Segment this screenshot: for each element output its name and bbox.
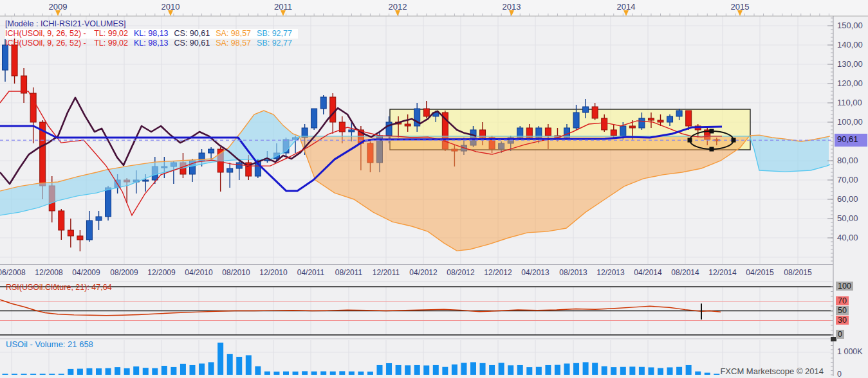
volume-bar: [162, 366, 167, 375]
legend-indicator-line: ICH(USOil, 9, 26, 52) - TL: 99,02KL: 98,…: [5, 39, 298, 48]
year-label: 2011: [269, 2, 297, 12]
candle-body: [96, 217, 102, 221]
volume-bar: [499, 363, 504, 375]
year-label: 2013: [497, 2, 526, 12]
date-label: 08/2010: [217, 268, 255, 277]
volume-bar: [433, 365, 439, 375]
volume-axis-label: 1 000K: [837, 347, 863, 356]
volume-bar: [602, 366, 607, 375]
candle-body: [686, 111, 692, 126]
selection-handle[interactable]: [732, 138, 736, 143]
volume-bar: [536, 367, 542, 375]
volume-axis-label: 0: [837, 370, 842, 378]
candle-body: [21, 76, 27, 93]
volume-bar: [208, 362, 214, 375]
candle-body: [639, 118, 645, 128]
volume-bar: [526, 367, 532, 375]
candle-body: [68, 230, 73, 236]
rsi-axis-badge: 0: [836, 330, 844, 339]
volume-bar: [480, 363, 486, 375]
rsi-line: [0, 300, 721, 315]
volume-bar: [452, 364, 457, 375]
legend-segment: SB: 92,77: [257, 39, 292, 48]
date-label: 08/2011: [330, 268, 367, 277]
candle-body: [545, 128, 551, 136]
volume-bar: [714, 374, 719, 375]
candle-body: [143, 180, 149, 181]
volume-bar: [648, 367, 654, 375]
candle-body: [658, 120, 663, 122]
volume-bar: [442, 367, 448, 375]
candle-body: [208, 149, 214, 153]
date-label: 06/2008: [0, 268, 30, 277]
selection-handle[interactable]: [710, 147, 714, 152]
selection-handle[interactable]: [710, 129, 714, 134]
date-label: 08/2015: [779, 268, 817, 277]
volume-bar: [555, 365, 560, 375]
volume-bar: [68, 369, 73, 375]
volume-bar: [59, 374, 64, 375]
rsi-cursor-mark: [701, 303, 702, 320]
date-label: 12/2012: [479, 268, 517, 277]
date-label: 08/2012: [442, 268, 479, 277]
candle-body: [602, 118, 607, 130]
indicator-legend: [Modèle : ICHI-RSI21-VOLUMES] ICH(USOil,…: [5, 19, 298, 48]
legend-segment: TL: 99,02: [94, 29, 128, 38]
price-label: 120,00: [837, 78, 863, 88]
volume-bar: [349, 372, 355, 375]
legend-segment: KL: 98,13: [134, 39, 169, 48]
rsi-axis-badge: 100: [836, 282, 853, 291]
price-label: 110,00: [837, 98, 862, 107]
candle-body: [573, 113, 579, 128]
date-label: 08/2009: [106, 268, 143, 277]
legend-indicator-line: ICH(USOil, 9, 26, 52) - TL: 99,02KL: 98,…: [5, 29, 298, 39]
date-label: 04/2010: [180, 268, 217, 277]
legend-segment: ICH(USOil, 9, 26, 52) -: [5, 29, 88, 38]
date-label: 04/2012: [405, 268, 442, 277]
volume-bar: [705, 373, 710, 375]
legend-segment: SA: 98,57: [216, 29, 251, 38]
volume-bar: [508, 365, 513, 375]
chart-window: 200920102011201220132014201506/200812/20…: [0, 0, 868, 378]
volume-bar: [583, 362, 589, 375]
date-label: 04/2014: [629, 268, 667, 277]
candle-body: [423, 109, 429, 116]
volume-bar: [21, 374, 27, 375]
price-label: 130,00: [837, 59, 863, 69]
price-label: 100,00: [837, 117, 863, 127]
candle-body: [349, 130, 355, 132]
date-label: 08/2013: [555, 268, 592, 277]
volume-bar: [320, 372, 326, 375]
candle-body: [77, 236, 83, 240]
volume-bar: [386, 363, 392, 375]
date-label: 04/2015: [741, 268, 779, 277]
volume-bar: [273, 372, 279, 375]
candle-body: [236, 163, 242, 168]
year-label: 2009: [44, 2, 72, 12]
volume-bar: [264, 372, 270, 375]
volume-bar: [124, 368, 130, 375]
volume-bar: [3, 374, 8, 375]
candle-body: [676, 111, 682, 116]
legend-indicator-lines: ICH(USOil, 9, 26, 52) - TL: 99,02KL: 98,…: [5, 29, 298, 48]
candle-body: [320, 97, 326, 109]
legend-model-title: [Modèle : ICHI-RSI21-VOLUMES]: [5, 19, 298, 29]
volume-bar: [686, 365, 692, 375]
volume-bar: [339, 371, 345, 375]
volume-bar: [396, 365, 402, 375]
chart-canvas[interactable]: [0, 0, 868, 378]
volume-bar: [236, 357, 242, 375]
candle-body: [620, 126, 626, 136]
volume-bar: [658, 368, 663, 375]
year-label: 2010: [156, 2, 185, 12]
volume-bar: [470, 362, 476, 375]
candle-body: [30, 93, 36, 122]
date-label: 04/2009: [68, 268, 105, 277]
volume-bar: [180, 364, 186, 375]
date-label: 12/2011: [367, 268, 405, 277]
volume-bar: [190, 365, 196, 375]
selection-handle[interactable]: [688, 138, 692, 143]
volume-bar: [592, 363, 598, 375]
volume-bar: [311, 372, 317, 375]
candle-body: [648, 118, 654, 120]
